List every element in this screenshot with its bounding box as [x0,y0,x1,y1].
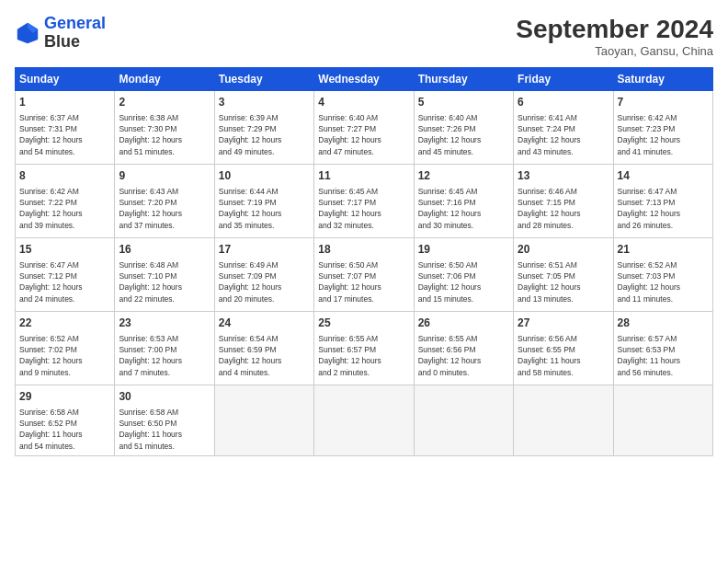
day-number: 18 [318,242,409,258]
day-number: 22 [19,316,110,331]
calendar-day-cell: 16Sunrise: 6:48 AM Sunset: 7:10 PM Dayli… [115,238,214,312]
day-number: 27 [518,316,609,331]
calendar-week-row: 8Sunrise: 6:42 AM Sunset: 7:22 PM Daylig… [16,165,713,238]
calendar-day-cell: 30Sunrise: 6:58 AM Sunset: 6:50 PM Dayli… [115,385,214,456]
weekday-header: Tuesday [214,68,313,91]
calendar-day-cell: 8Sunrise: 6:42 AM Sunset: 7:22 PM Daylig… [16,165,115,238]
day-number: 30 [119,389,210,405]
day-number: 1 [19,95,110,110]
day-info: Sunrise: 6:45 AM Sunset: 7:17 PM Dayligh… [318,186,409,231]
day-number: 29 [19,389,110,405]
calendar-day-cell: 23Sunrise: 6:53 AM Sunset: 7:00 PM Dayli… [115,312,214,385]
calendar-day-cell: 18Sunrise: 6:50 AM Sunset: 7:07 PM Dayli… [314,238,414,312]
calendar-day-cell: 19Sunrise: 6:50 AM Sunset: 7:06 PM Dayli… [414,238,513,312]
calendar-body: 1Sunrise: 6:37 AM Sunset: 7:31 PM Daylig… [16,91,713,456]
day-number: 19 [418,242,509,258]
weekday-header: Friday [514,68,613,91]
day-info: Sunrise: 6:49 AM Sunset: 7:09 PM Dayligh… [219,259,310,304]
day-info: Sunrise: 6:55 AM Sunset: 6:57 PM Dayligh… [318,333,409,378]
location: Taoyan, Gansu, China [516,44,713,58]
day-number: 8 [19,168,110,184]
day-info: Sunrise: 6:55 AM Sunset: 6:56 PM Dayligh… [418,333,509,378]
title-block: September 2024 Taoyan, Gansu, China [516,15,713,58]
calendar-day-cell [613,385,712,456]
day-number: 23 [119,316,210,331]
day-info: Sunrise: 6:54 AM Sunset: 6:59 PM Dayligh… [219,333,310,378]
day-info: Sunrise: 6:52 AM Sunset: 7:03 PM Dayligh… [618,259,709,304]
calendar-day-cell: 9Sunrise: 6:43 AM Sunset: 7:20 PM Daylig… [115,165,214,238]
calendar-day-cell: 4Sunrise: 6:40 AM Sunset: 7:27 PM Daylig… [314,91,414,165]
weekday-header: Thursday [414,68,513,91]
calendar-day-cell: 20Sunrise: 6:51 AM Sunset: 7:05 PM Dayli… [514,238,613,312]
calendar-day-cell: 14Sunrise: 6:47 AM Sunset: 7:13 PM Dayli… [613,165,712,238]
day-info: Sunrise: 6:53 AM Sunset: 7:00 PM Dayligh… [119,333,210,378]
day-number: 11 [318,168,409,184]
day-number: 25 [318,316,409,331]
weekday-header: Sunday [16,68,115,91]
calendar-day-cell [514,385,613,456]
day-info: Sunrise: 6:57 AM Sunset: 6:53 PM Dayligh… [618,333,709,378]
calendar-day-cell: 3Sunrise: 6:39 AM Sunset: 7:29 PM Daylig… [214,91,313,165]
calendar-day-cell: 28Sunrise: 6:57 AM Sunset: 6:53 PM Dayli… [613,312,712,385]
day-number: 9 [119,168,210,184]
day-info: Sunrise: 6:44 AM Sunset: 7:19 PM Dayligh… [219,186,310,231]
weekday-header: Monday [115,68,214,91]
calendar-day-cell: 26Sunrise: 6:55 AM Sunset: 6:56 PM Dayli… [414,312,513,385]
month-title: September 2024 [516,15,713,44]
calendar-day-cell: 11Sunrise: 6:45 AM Sunset: 7:17 PM Dayli… [314,165,414,238]
day-info: Sunrise: 6:52 AM Sunset: 7:02 PM Dayligh… [19,333,110,378]
logo-text: General Blue [44,15,106,52]
day-number: 26 [418,316,509,331]
day-info: Sunrise: 6:47 AM Sunset: 7:12 PM Dayligh… [19,259,110,304]
day-info: Sunrise: 6:50 AM Sunset: 7:06 PM Dayligh… [418,259,509,304]
day-number: 3 [219,95,310,110]
calendar-day-cell [214,385,313,456]
day-number: 28 [618,316,709,331]
page-header: General Blue September 2024 Taoyan, Gans… [15,15,713,58]
calendar-week-row: 29Sunrise: 6:58 AM Sunset: 6:52 PM Dayli… [16,385,713,456]
calendar-day-cell: 6Sunrise: 6:41 AM Sunset: 7:24 PM Daylig… [514,91,613,165]
day-info: Sunrise: 6:40 AM Sunset: 7:27 PM Dayligh… [318,112,409,157]
day-number: 14 [618,168,709,184]
day-info: Sunrise: 6:45 AM Sunset: 7:16 PM Dayligh… [418,186,509,231]
day-number: 24 [219,316,310,331]
calendar-day-cell: 13Sunrise: 6:46 AM Sunset: 7:15 PM Dayli… [514,165,613,238]
calendar-day-cell: 1Sunrise: 6:37 AM Sunset: 7:31 PM Daylig… [16,91,115,165]
day-number: 20 [518,242,609,258]
calendar-header-row: SundayMondayTuesdayWednesdayThursdayFrid… [16,68,713,91]
calendar-day-cell: 5Sunrise: 6:40 AM Sunset: 7:26 PM Daylig… [414,91,513,165]
day-info: Sunrise: 6:37 AM Sunset: 7:31 PM Dayligh… [19,112,110,157]
day-info: Sunrise: 6:48 AM Sunset: 7:10 PM Dayligh… [119,259,210,304]
calendar-week-row: 22Sunrise: 6:52 AM Sunset: 7:02 PM Dayli… [16,312,713,385]
day-number: 12 [418,168,509,184]
day-info: Sunrise: 6:42 AM Sunset: 7:22 PM Dayligh… [19,186,110,231]
calendar-day-cell: 12Sunrise: 6:45 AM Sunset: 7:16 PM Dayli… [414,165,513,238]
day-number: 16 [119,242,210,258]
day-number: 21 [618,242,709,258]
day-number: 17 [219,242,310,258]
day-info: Sunrise: 6:51 AM Sunset: 7:05 PM Dayligh… [518,259,609,304]
calendar-day-cell: 21Sunrise: 6:52 AM Sunset: 7:03 PM Dayli… [613,238,712,312]
day-info: Sunrise: 6:40 AM Sunset: 7:26 PM Dayligh… [418,112,509,157]
day-info: Sunrise: 6:43 AM Sunset: 7:20 PM Dayligh… [119,186,210,231]
calendar-day-cell: 22Sunrise: 6:52 AM Sunset: 7:02 PM Dayli… [16,312,115,385]
logo-icon [15,20,40,46]
calendar-day-cell: 10Sunrise: 6:44 AM Sunset: 7:19 PM Dayli… [214,165,313,238]
calendar-day-cell: 15Sunrise: 6:47 AM Sunset: 7:12 PM Dayli… [16,238,115,312]
day-info: Sunrise: 6:46 AM Sunset: 7:15 PM Dayligh… [518,186,609,231]
logo: General Blue [15,15,106,52]
calendar-day-cell [314,385,414,456]
calendar-day-cell: 27Sunrise: 6:56 AM Sunset: 6:55 PM Dayli… [514,312,613,385]
day-info: Sunrise: 6:42 AM Sunset: 7:23 PM Dayligh… [618,112,709,157]
day-number: 4 [318,95,409,110]
day-info: Sunrise: 6:56 AM Sunset: 6:55 PM Dayligh… [518,333,609,378]
day-number: 10 [219,168,310,184]
calendar-day-cell: 7Sunrise: 6:42 AM Sunset: 7:23 PM Daylig… [613,91,712,165]
day-info: Sunrise: 6:58 AM Sunset: 6:50 PM Dayligh… [119,407,210,452]
day-info: Sunrise: 6:50 AM Sunset: 7:07 PM Dayligh… [318,259,409,304]
day-info: Sunrise: 6:47 AM Sunset: 7:13 PM Dayligh… [618,186,709,231]
calendar-week-row: 1Sunrise: 6:37 AM Sunset: 7:31 PM Daylig… [16,91,713,165]
day-info: Sunrise: 6:39 AM Sunset: 7:29 PM Dayligh… [219,112,310,157]
calendar-day-cell [414,385,513,456]
calendar-day-cell: 2Sunrise: 6:38 AM Sunset: 7:30 PM Daylig… [115,91,214,165]
